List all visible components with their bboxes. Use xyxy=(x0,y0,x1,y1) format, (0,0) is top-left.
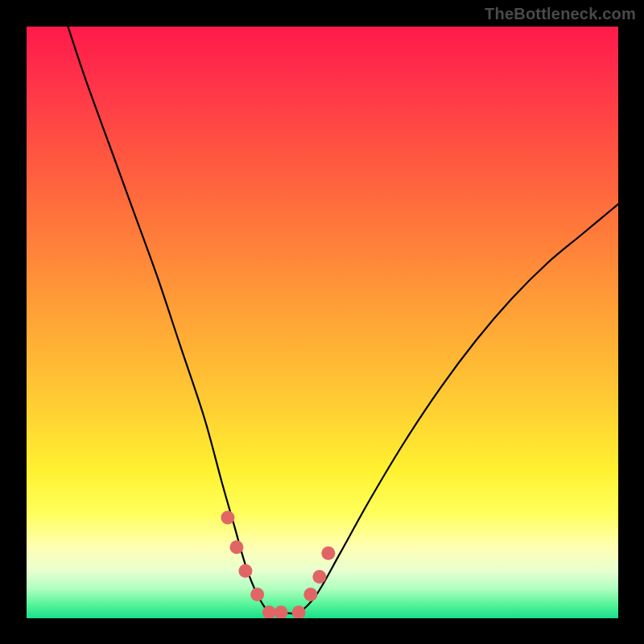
curve-layer xyxy=(27,27,618,618)
highlight-marker xyxy=(238,564,252,578)
highlight-marker xyxy=(303,588,317,601)
highlight-markers xyxy=(221,511,335,618)
highlight-marker xyxy=(312,570,326,584)
highlight-marker xyxy=(292,605,306,618)
highlight-marker xyxy=(321,547,335,560)
highlight-marker xyxy=(229,540,243,554)
highlight-marker xyxy=(221,511,234,525)
watermark-text: TheBottleneck.com xyxy=(485,5,636,23)
plot-area xyxy=(27,27,618,618)
bottleneck-curve xyxy=(68,27,618,613)
highlight-marker xyxy=(250,588,264,601)
highlight-marker xyxy=(275,605,288,618)
chart-frame: TheBottleneck.com xyxy=(0,0,644,644)
